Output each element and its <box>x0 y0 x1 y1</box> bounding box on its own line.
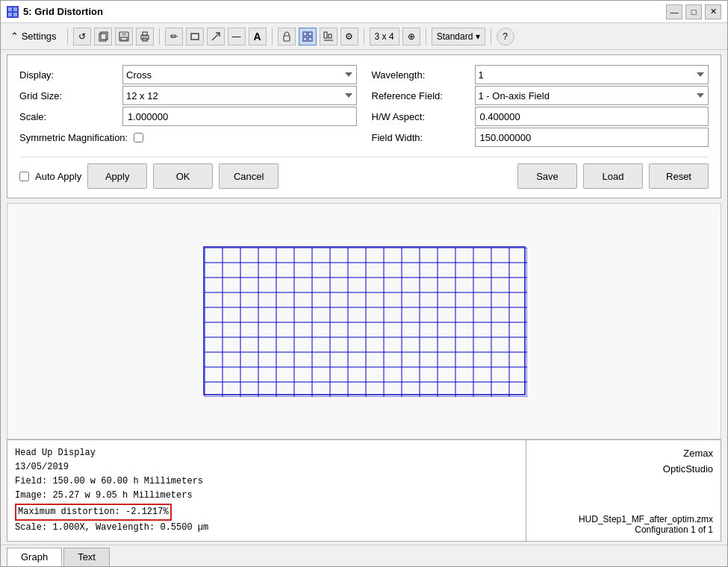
scale-label: Scale: <box>19 111 116 122</box>
close-button[interactable]: ✕ <box>705 4 721 19</box>
ref-field-label: Reference Field: <box>372 90 469 101</box>
info-line-2: Field: 150.00 w 60.00 h Millimeters <box>15 474 518 489</box>
svg-rect-8 <box>121 37 127 40</box>
tabs-bar: Graph Text <box>1 545 727 566</box>
title-bar-left: 5: Grid Distortion <box>7 6 103 18</box>
hw-aspect-label: H/W Aspect: <box>372 111 469 122</box>
lock-icon[interactable] <box>278 28 296 46</box>
wavelength-label: Wavelength: <box>372 69 469 81</box>
toolbar-sep-2 <box>159 28 160 45</box>
hw-aspect-input[interactable] <box>475 107 709 126</box>
svg-rect-15 <box>303 32 307 36</box>
save-button[interactable]: Save <box>517 163 577 189</box>
toolbar-sep-4 <box>364 28 364 45</box>
display-row: Display: Cross <box>19 64 357 85</box>
svg-rect-0 <box>8 7 12 11</box>
standard-dropdown[interactable]: Standard ▾ <box>432 28 485 46</box>
save-icon[interactable] <box>115 28 133 46</box>
brand-info: Zemax OpticStudio <box>663 446 713 477</box>
field-width-label: Field Width: <box>372 132 469 143</box>
copy-icon[interactable] <box>94 28 112 46</box>
grid-size-label: Grid Size: <box>19 90 116 101</box>
grid-canvas <box>203 246 526 395</box>
grid-view-icon[interactable] <box>299 28 317 46</box>
info-line-4: Maximum distortion: -2.1217% <box>15 504 172 521</box>
menu-bar: ⌃ Settings ↺ ✏ — A <box>1 23 727 50</box>
sym-mag-checkbox[interactable] <box>134 133 143 142</box>
field-width-input[interactable] <box>475 128 709 147</box>
maximize-button[interactable]: □ <box>685 4 702 19</box>
svg-rect-12 <box>191 34 199 40</box>
svg-rect-20 <box>329 34 332 38</box>
refresh-icon[interactable]: ↺ <box>73 28 91 46</box>
hw-aspect-row: H/W Aspect: <box>372 106 709 127</box>
toolbar-sep-1 <box>67 28 68 45</box>
ref-field-select[interactable]: 1 - On-axis Field <box>475 86 709 105</box>
file-info: HUD_Step1_MF_after_optim.zmx Configurati… <box>579 514 713 535</box>
tab-text[interactable]: Text <box>63 548 110 566</box>
file-name: HUD_Step1_MF_after_optim.zmx <box>579 514 713 524</box>
actions-row: Auto Apply Apply OK Cancel Save Load Res… <box>19 157 709 189</box>
info-line-3: Image: 25.27 w 9.05 h Millimeters <box>15 489 518 503</box>
svg-rect-2 <box>8 13 12 16</box>
config-icon[interactable]: ⊕ <box>402 28 420 46</box>
chart-icon[interactable] <box>320 28 337 46</box>
svg-rect-3 <box>13 13 17 16</box>
info-panel: Head Up Display 13/05/2019 Field: 150.00… <box>7 439 721 542</box>
grid-size-select[interactable]: 12 x 12 <box>122 86 357 105</box>
svg-rect-1 <box>13 7 17 11</box>
brand-top: Zemax <box>663 446 713 462</box>
svg-rect-16 <box>308 32 312 36</box>
auto-apply-checkbox[interactable] <box>19 172 29 181</box>
wavelength-select[interactable]: 1 <box>475 65 709 84</box>
svg-rect-7 <box>122 32 126 36</box>
toolbar-sep-6 <box>491 28 491 45</box>
display-select[interactable]: Cross <box>122 65 357 84</box>
print-icon[interactable] <box>136 28 154 46</box>
config-text: Configuration 1 of 1 <box>579 524 713 535</box>
svg-rect-19 <box>324 32 327 38</box>
arrow-icon[interactable] <box>207 28 225 46</box>
sym-mag-label: Symmetric Magnification: <box>19 132 128 143</box>
right-settings: Wavelength: 1 Reference Field: 1 - On-ax… <box>372 64 709 148</box>
info-line-5: Scale: 1.000X, Wavelength: 0.5500 µm <box>15 521 518 535</box>
toolbar-sep-3 <box>272 28 273 45</box>
settings-icon[interactable]: ⚙ <box>340 28 358 46</box>
help-icon[interactable]: ? <box>497 28 514 46</box>
settings-grid: Display: Cross Grid Size: 12 x 12 Scale: <box>19 64 709 148</box>
scale-input[interactable] <box>122 107 357 126</box>
left-settings: Display: Cross Grid Size: 12 x 12 Scale: <box>19 64 357 148</box>
sym-mag-row: Symmetric Magnification: <box>19 127 357 148</box>
settings-chevron: ⌃ <box>10 31 22 42</box>
ref-field-row: Reference Field: 1 - On-axis Field <box>372 85 709 106</box>
info-left: Head Up Display 13/05/2019 Field: 150.00… <box>7 440 526 541</box>
info-right: Zemax OpticStudio HUD_Step1_MF_after_opt… <box>526 440 721 541</box>
minimize-button[interactable]: — <box>666 4 682 19</box>
chart-area <box>7 203 721 439</box>
wavelength-row: Wavelength: 1 <box>372 64 709 85</box>
info-line-1: 13/05/2019 <box>15 460 518 474</box>
config-label[interactable]: 3 x 4 <box>370 28 399 46</box>
title-controls: — □ ✕ <box>666 4 721 19</box>
ok-button[interactable]: OK <box>153 163 213 189</box>
rect-icon[interactable] <box>186 28 204 46</box>
apply-button[interactable]: Apply <box>87 163 147 189</box>
tab-graph[interactable]: Graph <box>7 548 62 566</box>
settings-menu[interactable]: ⌃ Settings <box>5 28 62 44</box>
info-line-0: Head Up Display <box>15 446 518 460</box>
pencil-icon[interactable]: ✏ <box>165 28 183 46</box>
display-label: Display: <box>19 69 116 81</box>
line-icon[interactable]: — <box>228 28 246 46</box>
reset-button[interactable]: Reset <box>649 163 709 189</box>
auto-apply-label: Auto Apply <box>35 171 81 182</box>
settings-panel: Display: Cross Grid Size: 12 x 12 Scale: <box>7 54 721 198</box>
brand-middle: OpticStudio <box>663 462 713 477</box>
grid-size-row: Grid Size: 12 x 12 <box>19 85 357 106</box>
svg-rect-18 <box>308 37 312 41</box>
text-icon[interactable]: A <box>249 28 267 46</box>
svg-line-13 <box>212 33 220 40</box>
window-title: 5: Grid Distortion <box>23 6 103 17</box>
load-button[interactable]: Load <box>583 163 643 189</box>
svg-rect-17 <box>303 37 307 41</box>
cancel-button[interactable]: Cancel <box>219 163 279 189</box>
